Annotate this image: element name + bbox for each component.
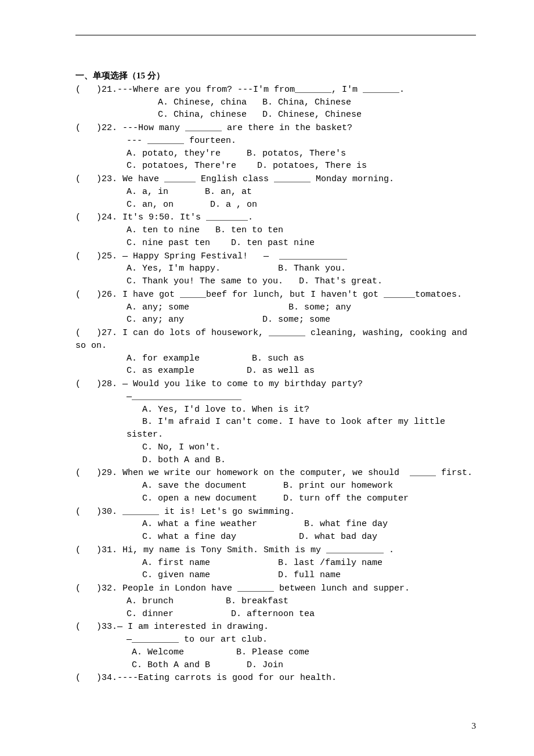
question: ( )30. _______ it is! Let's go swimming.… [75, 506, 476, 543]
choice-row: A. Welcome B. Please come [75, 646, 476, 659]
choice-row: C. nine past ten D. ten past nine [75, 237, 476, 250]
choice-row: C. No, I won't. [75, 441, 476, 454]
choice-row: C. dinner D. afternoon tea [75, 608, 476, 621]
question-continuation: --- _______ fourteen. [75, 135, 476, 147]
question: ( )33.— I am interested in drawing.—____… [75, 621, 476, 671]
choice-row: A. any; some B. some; any [75, 301, 476, 314]
choice-row: A. ten to nine B. ten to ten [75, 224, 476, 237]
choice-row: A. Yes, I'm happy. B. Thank you. [75, 262, 476, 275]
choice-row: A. what a fine weather B. what fine day [75, 518, 476, 531]
question-stem: ( )31. Hi, my name is Tony Smith. Smith … [75, 544, 476, 557]
choice-row: C. any; any D. some; some [75, 314, 476, 326]
content-area: 一、单项选择（15 分） ( )21.---Where are you from… [75, 70, 476, 685]
question: ( )34.----Eating carrots is good for our… [75, 672, 476, 685]
section-title: 一、单项选择（15 分） [75, 70, 476, 82]
question-stem: ( )33.— I am interested in drawing. [75, 621, 476, 633]
page: 一、单项选择（15 分） ( )21.---Where are you from… [0, 0, 534, 756]
choice-row: B. I'm afraid I can't come. I have to lo… [75, 416, 476, 441]
choice-row: C. what a fine day D. what bad day [75, 531, 476, 543]
choice-row: A. potato, they're B. potatos, There's [75, 147, 476, 160]
question-stem: ( )23. We have ______ English class ____… [75, 173, 476, 186]
choice-row: C. as example D. as well as [75, 365, 476, 377]
question-stem: ( )34.----Eating carrots is good for our… [75, 672, 476, 685]
question: ( )23. We have ______ English class ____… [75, 173, 476, 211]
choice-row: C. Thank you! The same to you. D. That's… [75, 275, 476, 288]
choice-row: C. given name D. full name [75, 569, 476, 582]
question-stem: ( )24. It's 9:50. It's ________. [75, 211, 476, 224]
question: ( )21.---Where are you from? ---I'm from… [75, 84, 476, 121]
question-stem: ( )25. — Happy Spring Festival! — ______… [75, 250, 476, 263]
question-stem: ( )22. ---How many _______ are there in … [75, 122, 476, 135]
choice-row: C. Both A and B D. Join [75, 659, 476, 672]
choice-row: A. brunch B. breakfast [75, 595, 476, 608]
question-stem: ( )28. — Would you like to come to my bi… [75, 378, 476, 391]
choice-row: D. both A and B. [75, 454, 476, 467]
question: ( )25. — Happy Spring Festival! — ______… [75, 250, 476, 288]
choice-row: A. Chinese, china B. China, Chinese [75, 96, 476, 109]
question-stem: ( )30. _______ it is! Let's go swimming. [75, 506, 476, 519]
choice-row: C. China, chinese D. Chinese, Chinese [75, 109, 476, 121]
top-horizontal-rule [75, 35, 476, 35]
question: ( )32. People in London have _______ bet… [75, 582, 476, 620]
question: ( )24. It's 9:50. It's ________.A. ten t… [75, 211, 476, 249]
choice-row: A. Yes, I'd love to. When is it? [75, 404, 476, 416]
question: ( )27. I can do lots of housework, _____… [75, 327, 476, 377]
choice-row: C. potatoes, There're D. potatoes, There… [75, 160, 476, 172]
choice-row: A. a, in B. an, at [75, 186, 476, 199]
question-stem: ( )21.---Where are you from? ---I'm from… [75, 84, 476, 96]
question-stem: ( )26. I have got _____beef for lunch, b… [75, 289, 476, 301]
choice-row: A. save the document B. print our homewo… [75, 480, 476, 492]
question: ( )26. I have got _____beef for lunch, b… [75, 289, 476, 326]
question-continuation: —_________ to our art club. [75, 633, 476, 646]
question: ( )31. Hi, my name is Tony Smith. Smith … [75, 544, 476, 582]
choice-row: A. for example B. such as [75, 352, 476, 365]
choice-row: A. first name B. last /family name [75, 557, 476, 570]
question: ( )29. When we write our homework on the… [75, 467, 476, 505]
question: ( )22. ---How many _______ are there in … [75, 122, 476, 172]
question-stem: ( )29. When we write our homework on the… [75, 467, 476, 480]
question-stem: ( )32. People in London have _______ bet… [75, 582, 476, 595]
choice-row: C. an, on D. a , on [75, 199, 476, 211]
question-continuation: —_____________________ [75, 391, 476, 404]
question: ( )28. — Would you like to come to my bi… [75, 378, 476, 466]
questions-container: ( )21.---Where are you from? ---I'm from… [75, 84, 476, 685]
page-number: 3 [472, 720, 477, 733]
choice-row: C. open a new document D. turn off the c… [75, 492, 476, 505]
question-stem: ( )27. I can do lots of housework, _____… [75, 327, 476, 352]
